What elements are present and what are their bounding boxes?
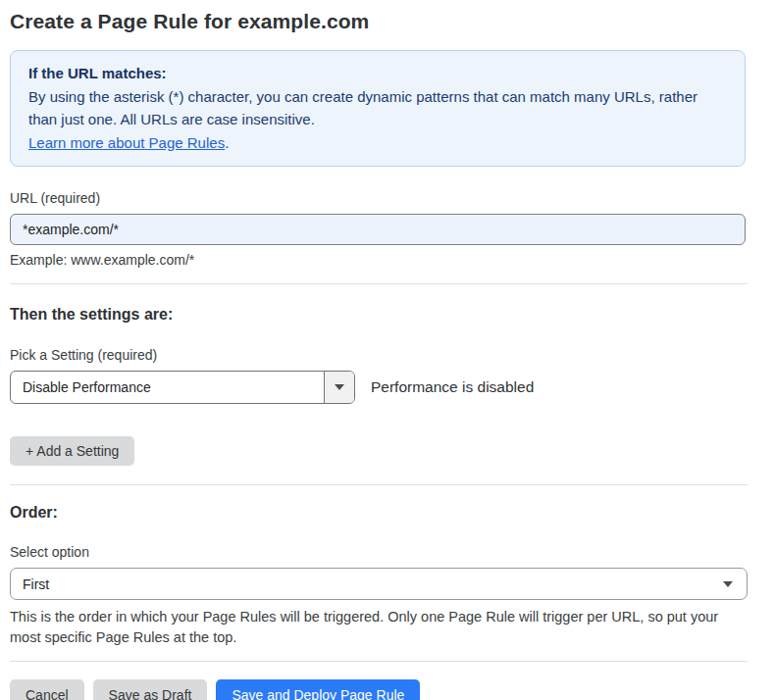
url-input[interactable] [10, 214, 746, 245]
setting-select-value: Disable Performance [11, 372, 324, 403]
pick-setting-label: Pick a Setting (required) [10, 347, 748, 363]
order-select[interactable]: First [10, 568, 748, 600]
add-setting-button[interactable]: + Add a Setting [10, 436, 134, 466]
order-section-heading: Order: [10, 504, 748, 522]
url-matches-info-box: If the URL matches: By using the asteris… [10, 50, 746, 167]
setting-select[interactable]: Disable Performance [10, 371, 355, 404]
save-as-draft-button[interactable]: Save as Draft [93, 679, 208, 700]
learn-more-link[interactable]: Learn more about Page Rules [28, 134, 225, 151]
form-actions: Cancel Save as Draft Save and Deploy Pag… [10, 679, 748, 700]
url-field-label: URL (required) [10, 190, 748, 206]
link-suffix: . [225, 134, 229, 151]
save-and-deploy-button[interactable]: Save and Deploy Page Rule [216, 679, 420, 700]
order-select-value: First [23, 576, 723, 592]
info-box-link-line: Learn more about Page Rules. [28, 131, 727, 155]
divider [10, 283, 748, 284]
setting-select-arrow-button[interactable] [324, 372, 354, 403]
page-title: Create a Page Rule for example.com [10, 10, 748, 33]
chevron-down-icon [335, 384, 344, 390]
order-select-label: Select option [10, 544, 748, 560]
divider [10, 484, 748, 485]
setting-status-text: Performance is disabled [371, 378, 534, 396]
order-help-text: This is the order in which your Page Rul… [10, 607, 744, 648]
url-example-text: Example: www.example.com/* [10, 252, 748, 268]
settings-section-heading: Then the settings are: [10, 306, 748, 324]
divider [10, 661, 748, 662]
chevron-down-icon [723, 581, 733, 587]
create-page-rule-form: Create a Page Rule for example.com If th… [0, 0, 775, 700]
cancel-button[interactable]: Cancel [10, 679, 84, 700]
info-box-heading: If the URL matches: [28, 62, 727, 85]
setting-row: Disable Performance Performance is disab… [10, 371, 748, 404]
info-box-body: By using the asterisk (*) character, you… [28, 85, 727, 131]
